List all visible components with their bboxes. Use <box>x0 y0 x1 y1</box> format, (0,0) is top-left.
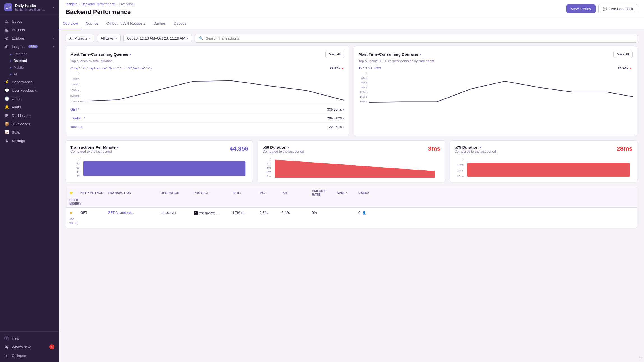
view-all-domains-button[interactable]: View All <box>613 51 633 58</box>
svg-marker-1 <box>275 160 435 178</box>
row-failure-rate: 0% <box>312 211 334 215</box>
panel-queries-title: Most Time-Consuming Queries ▾ <box>70 52 131 57</box>
sidebar-item-crons[interactable]: 🕐 Crons <box>0 94 59 103</box>
sidebar-item-label: 0 Releases <box>12 122 30 126</box>
sidebar-item-alerts[interactable]: 🔔 Alerts <box>0 103 59 111</box>
col-http-method[interactable]: HTTP METHOD <box>80 189 106 196</box>
alpha-badge: alpha <box>28 45 38 48</box>
col-failure-rate[interactable]: FAILURE RATE <box>312 189 334 196</box>
query-time-expire: 206.81ms ▾ <box>327 116 344 120</box>
tabs-bar: Overview Queries Outbound API Requests C… <box>59 18 644 29</box>
sidebar-item-label: Collapse <box>12 354 26 358</box>
row-star[interactable]: ★ <box>69 210 78 215</box>
svg-rect-2 <box>467 163 630 177</box>
sidebar-item-whats-new[interactable]: ◉ What's new 1 <box>0 342 59 351</box>
query-name-connect[interactable]: connect <box>70 125 82 129</box>
sidebar-item-issues[interactable]: ⚠ Issues <box>0 17 59 25</box>
transactions-table: ⭐ HTTP METHOD TRANSACTION OPERATION PROJ… <box>66 187 637 228</box>
sidebar-item-explore[interactable]: ⊙ Explore ▾ <box>0 34 59 42</box>
whats-new-icon: ◉ <box>4 345 9 349</box>
chevron-right-icon: ▾ <box>53 37 54 40</box>
col-project[interactable]: PROJECT <box>194 189 230 196</box>
search-input[interactable] <box>206 36 633 40</box>
crons-icon: 🕐 <box>4 96 9 101</box>
col-user-misery[interactable]: USER MISERY <box>69 198 78 205</box>
col-apdex[interactable]: APDEX <box>337 189 356 196</box>
breadcrumb-insights[interactable]: Insights <box>66 2 77 6</box>
filter-projects[interactable]: All Projects ▾ <box>66 34 94 42</box>
issues-icon: ⚠ <box>4 19 9 24</box>
sidebar-item-releases[interactable]: 📦 0 Releases <box>0 120 59 128</box>
col-transaction[interactable]: TRANSACTION <box>108 189 158 196</box>
row-project: N testing-nextj... <box>194 210 230 215</box>
org-name: Daily Habits <box>15 4 50 8</box>
p75-subtitle: Compared to the last period <box>455 150 496 154</box>
tab-queues[interactable]: Queues <box>170 18 190 29</box>
filter-envs[interactable]: All Envs ▾ <box>97 34 121 42</box>
sidebar-header[interactable]: DH Daily Habits benjamin.coe@sent... ▾ <box>0 0 59 15</box>
view-all-queries-button[interactable]: View All <box>325 51 344 58</box>
filter-time[interactable]: Oct 28, 11:13 AM–Oct 28, 11:19 AM ▾ <box>123 34 192 42</box>
chevron-down-icon: ▾ <box>420 53 421 56</box>
org-info: Daily Habits benjamin.coe@sent... <box>15 4 50 11</box>
sidebar-sub-mobile[interactable]: Mobile <box>0 64 59 71</box>
tab-overview[interactable]: Overview <box>59 18 82 29</box>
row-tpm: 4.79/min <box>232 211 258 215</box>
chevron-down-icon: ▾ <box>89 37 91 40</box>
panel-domains-header: Most Time-Consuming Domains ▾ View All <box>358 51 633 58</box>
sidebar-sub-label: Frontend <box>14 52 27 56</box>
col-tpm[interactable]: TPM ↓ <box>232 189 258 196</box>
queries-y-labels: 2500ms 2000ms 1500ms 1000ms 500ms 0 <box>70 72 79 103</box>
col-p50[interactable]: P50 <box>260 189 279 196</box>
row-p50: 2.34s <box>260 211 279 215</box>
sidebar-item-collapse[interactable]: ◁ Collapse <box>0 351 59 360</box>
tpm-header: Transactions Per Minute ▾ Compared to th… <box>70 145 248 156</box>
sidebar-sub-ai[interactable]: AI <box>0 71 59 78</box>
sidebar-item-performance[interactable]: ⚡ Performance <box>0 78 59 86</box>
tab-outbound[interactable]: Outbound API Requests <box>103 18 149 29</box>
sidebar-nav: ⚠ Issues ▦ Projects ⊙ Explore ▾ ◎ Insigh… <box>0 15 59 331</box>
feedback-icon: 💬 <box>4 88 9 92</box>
releases-icon: 📦 <box>4 122 9 126</box>
sidebar-sub-frontend[interactable]: Frontend <box>0 51 59 57</box>
sidebar-item-projects[interactable]: ▦ Projects <box>0 25 59 34</box>
chevron-down-icon: ▾ <box>115 37 117 40</box>
sidebar-item-settings[interactable]: ⚙ Settings <box>0 136 59 145</box>
col-p95[interactable]: P95 <box>282 189 310 196</box>
sidebar-item-label: User Feedback <box>12 88 36 92</box>
top-domain-value: 14.74s ▲ <box>618 66 633 70</box>
table-header: ⭐ HTTP METHOD TRANSACTION OPERATION PROJ… <box>66 187 637 208</box>
breadcrumb-backend-performance[interactable]: Backend Performance <box>82 2 115 6</box>
stats-icon: 📈 <box>4 130 9 134</box>
query-name-expire[interactable]: EXPIRE * <box>70 116 85 120</box>
sidebar-item-label: Explore <box>12 36 24 40</box>
tab-queries[interactable]: Queries <box>82 18 103 29</box>
expand-icon[interactable]: ⤢ <box>639 356 642 360</box>
sidebar-sub-label: Backend <box>14 59 27 63</box>
top-query-name[interactable]: {"map":"?","mapReduce":"$cmd","out":"?",… <box>70 66 152 70</box>
row-transaction[interactable]: GET /v1/notes/t... <box>108 211 158 215</box>
p50-bar <box>272 158 440 178</box>
sidebar-item-label: Alerts <box>12 105 21 109</box>
give-feedback-button[interactable]: 💬 Give Feedback <box>598 4 637 13</box>
view-trends-button[interactable]: View Trends <box>566 4 595 13</box>
sidebar-item-user-feedback[interactable]: 💬 User Feedback <box>0 86 59 94</box>
sidebar-item-dashboards[interactable]: ▦ Dashboards <box>0 111 59 120</box>
sidebar-item-insights[interactable]: ◎ Insights alpha ▾ <box>0 42 59 51</box>
sidebar-item-help[interactable]: ? Help <box>0 334 59 342</box>
sidebar-sub-backend[interactable]: Backend <box>0 57 59 64</box>
top-query-row: {"map":"?","mapReduce":"$cmd","out":"?",… <box>70 66 344 70</box>
query-name-get[interactable]: GET * <box>70 108 79 112</box>
sidebar-item-label: Performance <box>12 80 33 84</box>
top-query-value: 29.87s ▲ <box>330 66 344 70</box>
breadcrumb-overview: Overview <box>119 2 133 6</box>
tab-caches[interactable]: Caches <box>149 18 170 29</box>
p75-bar <box>465 158 633 178</box>
sidebar-item-label: Help <box>12 336 19 340</box>
sidebar-item-stats[interactable]: 📈 Stats <box>0 128 59 136</box>
p50-value: 3ms <box>428 145 441 152</box>
col-users[interactable]: USERS <box>358 189 389 196</box>
top-domain-name[interactable]: 127.0.0.1:3000 <box>358 66 381 70</box>
panel-p75: p75 Duration ▾ Compared to the last peri… <box>450 140 637 182</box>
col-operation[interactable]: OPERATION <box>161 189 191 196</box>
